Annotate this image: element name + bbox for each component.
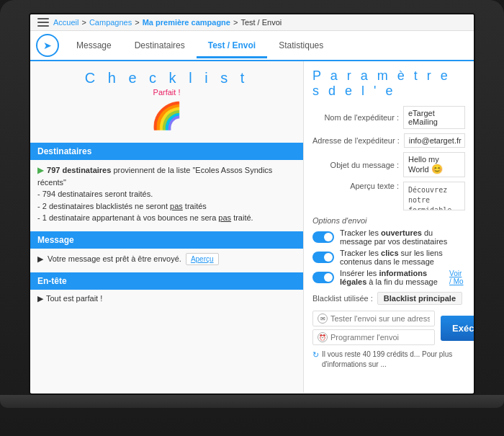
menu-icon[interactable]: [37, 18, 49, 27]
blacklist-label: Blacklist utilisée :: [312, 294, 373, 303]
action-row: ✉ ⏰ Exécuter l'env...: [312, 311, 465, 345]
logo-area: ➤: [30, 31, 65, 60]
breadcrumb-campagne-name[interactable]: Ma première campagne: [143, 18, 230, 27]
programmer-envoi-wrapper: ⏰: [312, 329, 435, 345]
label-objet-message: Objet du message :: [312, 161, 399, 169]
field-row-nom: Nom de l'expéditeur : eTarget eMailing: [312, 106, 465, 129]
label-apercu-texte: Aperçu texte :: [312, 182, 399, 190]
credits-info: ↻ Il vous reste 40 199 crédits d... Pour…: [312, 350, 465, 370]
arrow-icon-entete: ▶: [37, 294, 43, 303]
params-title: P a r a m è t r e s d e l ' e: [312, 68, 465, 99]
screen: Accueil > Campagnes > Ma première campag…: [29, 13, 475, 395]
tab-statistiques[interactable]: Statistiques: [267, 35, 335, 58]
section-header-entete: En-tête: [30, 272, 303, 290]
section-message-content: ▶ Votre message est prêt à être envoyé. …: [30, 249, 303, 270]
entete-text: Tout est parfait !: [46, 294, 102, 303]
laptop-base: [0, 395, 504, 408]
section-header-destinataires: Destinataires: [30, 143, 303, 160]
voir-mo-link[interactable]: Voir / Mo: [449, 270, 465, 285]
tester-envoi-wrapper: ✉: [312, 311, 435, 326]
field-row-adresse: Adresse de l'expéditeur : info@etarget.f…: [312, 133, 465, 148]
label-nom-expediteur: Nom de l'expéditeur :: [312, 113, 399, 122]
programmer-envoi-input[interactable]: [330, 333, 430, 342]
apercu-link[interactable]: Aperçu: [186, 253, 219, 265]
section-header-message: Message: [30, 231, 303, 249]
envelope-icon: ✉: [318, 313, 328, 324]
clock-icon: ⏰: [318, 332, 328, 342]
blacklist-row: Blacklist utilisée : Blacklist principal…: [312, 292, 465, 305]
breadcrumb-campagnes[interactable]: Campagnes: [89, 18, 132, 27]
logo-icon: ➤: [36, 34, 59, 57]
tester-envoi-input[interactable]: [330, 314, 430, 323]
tab-test-envoi[interactable]: Test / Envoi: [197, 35, 267, 58]
breadcrumb-sep-2: >: [135, 18, 139, 27]
toggle-ouvertures: Tracker les ouvertures du message par vo…: [312, 228, 465, 246]
dest-count: 797 destinataires: [47, 166, 111, 174]
top-nav: Accueil > Campagnes > Ma première campag…: [30, 14, 474, 31]
rainbow-icon: 🌈: [36, 101, 297, 131]
execute-button[interactable]: Exécuter l'env...: [441, 316, 474, 341]
smiley-icon: 😊: [431, 164, 443, 174]
toggle-clics-switch[interactable]: [312, 252, 334, 263]
main-content: C h e c k l i s t Parfait ! 🌈 Destinatai…: [30, 61, 474, 393]
value-adresse-expediteur: info@etarget.fr: [404, 133, 465, 148]
label-adresse-expediteur: Adresse de l'expéditeur :: [312, 136, 400, 145]
value-apercu-texte[interactable]: Découvrez notre formidable produit eTarg…: [403, 182, 465, 210]
right-panel: P a r a m è t r e s d e l ' e Nom de l'e…: [304, 61, 474, 393]
field-row-apercu: Aperçu texte : Découvrez notre formidabl…: [312, 182, 465, 210]
toggle-infos-legales-switch[interactable]: [312, 272, 334, 283]
toggle-infos-legales-label: Insérer les informations légales à la fi…: [340, 269, 444, 286]
toggle-infos-legales: Insérer les informations légales à la fi…: [312, 269, 465, 286]
section-entete-content: ▶ Tout est parfait !: [30, 290, 303, 308]
laptop: Accueil > Campagnes > Ma première campag…: [0, 0, 504, 436]
breadcrumb-sep-3: >: [233, 18, 238, 27]
section-destinataires-content: ▶ 797 destinataires proviennent de la li…: [30, 160, 303, 228]
options-header: Options d'envoi: [312, 216, 465, 225]
checklist-subtitle: Parfait !: [36, 88, 297, 97]
toggle-ouvertures-label: Tracker les ouvertures du message par vo…: [340, 228, 465, 246]
toggle-ouvertures-switch[interactable]: [312, 231, 334, 243]
action-inputs: ✉ ⏰: [312, 311, 435, 345]
tab-nav: ➤ Message Destinataires Test / Envoi Sta…: [30, 31, 474, 61]
tab-destinataires[interactable]: Destinataires: [123, 35, 197, 58]
field-row-objet: Objet du message : Hello my World 😊: [312, 152, 465, 177]
breadcrumb-sep-1: >: [81, 18, 86, 27]
value-objet-message: Hello my World 😊: [403, 152, 465, 177]
refresh-icon: ↻: [312, 350, 319, 360]
message-ready-text: Votre message est prêt à être envoyé.: [48, 254, 181, 263]
arrow-icon-message: ▶: [37, 254, 43, 264]
blacklist-value: Blacklist principale: [377, 292, 462, 305]
credits-text-content: Il vous reste 40 199 crédits d... Pour p…: [322, 350, 465, 370]
checklist-header: C h e c k l i s t Parfait ! 🌈: [30, 61, 303, 140]
breadcrumb: Accueil > Campagnes > Ma première campag…: [53, 18, 282, 27]
breadcrumb-accueil[interactable]: Accueil: [53, 18, 78, 27]
toggle-clics: Tracker les clics sur les liens contenus…: [312, 249, 465, 266]
breadcrumb-current: Test / Envoi: [240, 18, 282, 27]
toggle-clics-label: Tracker les clics sur les liens contenus…: [340, 249, 465, 266]
checklist-title: C h e c k l i s t: [36, 70, 297, 86]
tab-message[interactable]: Message: [65, 35, 123, 58]
left-panel: C h e c k l i s t Parfait ! 🌈 Destinatai…: [30, 61, 304, 393]
value-nom-expediteur: eTarget eMailing: [403, 106, 465, 129]
arrow-icon-destinataires: ▶: [37, 166, 43, 174]
